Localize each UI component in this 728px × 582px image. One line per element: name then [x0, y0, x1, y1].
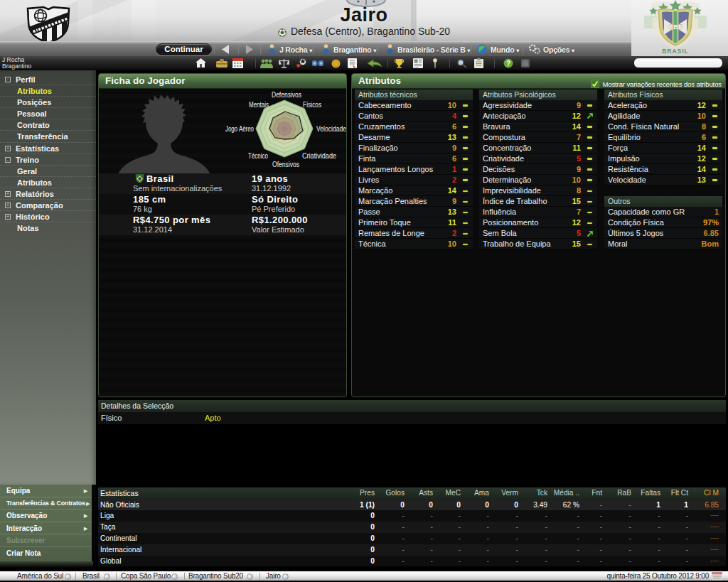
svg-text:Ofensivos: Ofensivos: [272, 161, 299, 168]
svg-text:Velocidade: Velocidade: [316, 125, 346, 133]
svg-text:?: ?: [506, 60, 510, 68]
svg-text:Técnico: Técnico: [248, 152, 268, 160]
svg-text:Defensivos: Defensivos: [272, 91, 301, 99]
svg-text:Criatividade: Criatividade: [302, 152, 336, 160]
svg-text:Jogo Aéreo: Jogo Aéreo: [225, 125, 254, 133]
svg-text:Físicos: Físicos: [303, 101, 321, 109]
svg-text:BRASIL: BRASIL: [662, 48, 689, 55]
svg-text:Mentais: Mentais: [249, 101, 269, 109]
